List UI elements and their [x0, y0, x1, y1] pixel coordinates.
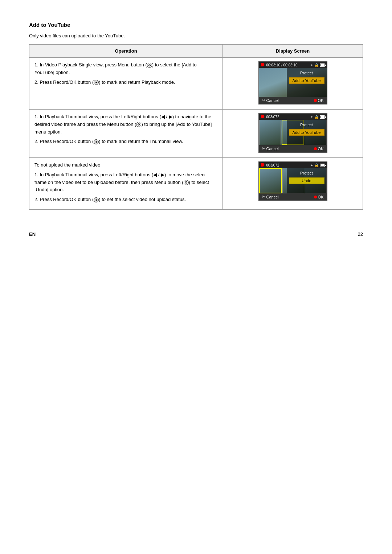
cancel-label-3: Cancel: [266, 195, 279, 199]
cam-menu-youtube-2: Add to YouTube: [289, 129, 324, 136]
cam-cancel-3: Cancel: [262, 194, 279, 199]
cam-icons-1: ✦ 🔒: [310, 63, 325, 67]
ok-label-1: OK: [318, 98, 324, 103]
camera-screen-2: 003/072 ✦ 🔒 Protect: [258, 113, 327, 153]
camera-screen-3: 003/072 ✦ 🔒 Protect: [258, 161, 327, 201]
cam-cancel-1: Cancel: [262, 98, 279, 103]
record-ok-icon-3: ●: [94, 197, 99, 202]
cam-top-bar-2: 003/072 ✦ 🔒: [259, 114, 327, 120]
menu-button-icon-3: ⚙: [184, 180, 189, 185]
scissors-icon-2: [262, 146, 265, 151]
op-text-2: 1. In Playback Thumbnail view, press the…: [34, 113, 217, 145]
cam-counter-2: 003/072: [261, 115, 279, 119]
cam-image-2: Protect Add to YouTube: [259, 120, 327, 145]
op-text-3: To not upload the marked video 1. In Pla…: [34, 161, 217, 204]
op-step-2a: 1. In Playback Thumbnail view, press the…: [34, 113, 217, 136]
en-label: EN: [29, 231, 36, 237]
display-cell-3: 003/072 ✦ 🔒 Protect: [223, 158, 363, 210]
cam-ok-2: OK: [314, 147, 324, 151]
arrow-icons-3: ◀ / ▶: [153, 172, 164, 177]
cam-cancel-2: Cancel: [262, 146, 279, 151]
cancel-label-1: Cancel: [266, 98, 279, 103]
page-number: 22: [358, 231, 363, 237]
cam-menu-protect-3: Protect: [289, 170, 324, 176]
col-display-header: Display Screen: [223, 45, 363, 58]
cam-bottom-1: Cancel OK: [259, 97, 327, 104]
menu-button-icon-2: ⚙: [136, 122, 141, 127]
thumb-3a-selected: [259, 168, 282, 193]
cam-image-3: Protect Undo: [259, 168, 327, 193]
cam-ok-1: OK: [314, 98, 324, 103]
cam-icons-3: ✦ 🔒: [310, 163, 325, 167]
star-icon: ✦: [310, 63, 313, 67]
cam-top-bar-1: 00:03:10 / 00:03:10 ✦ 🔒: [259, 62, 327, 68]
ok-dot-2: [314, 147, 317, 150]
operation-cell-2: 1. In Playback Thumbnail view, press the…: [29, 110, 223, 158]
menu-button-icon: ⚙: [147, 63, 152, 68]
cam-counter-3: 003/072: [261, 163, 279, 167]
ok-dot-3: [314, 196, 317, 198]
op-title-3: To not upload the marked video: [34, 161, 217, 169]
lock-icon-2: 🔒: [314, 115, 319, 119]
cam-ok-3: OK: [314, 195, 324, 199]
battery-icon: [320, 63, 325, 67]
cam-menu-protect-2: Protect: [289, 122, 324, 128]
page-title: Add to YouTube: [29, 22, 363, 28]
record-ok-icon-2: ●: [94, 139, 99, 144]
display-cell-2: 003/072 ✦ 🔒 Protect: [223, 110, 363, 158]
arrow-icons: ◀ / ▶: [161, 114, 172, 119]
cam-menu-1: Protect Add to YouTube: [287, 68, 327, 97]
scissors-icon-3: [262, 194, 265, 199]
record-ok-button-icon: ●: [94, 80, 99, 85]
op-step-2b: 2. Press Record/OK button (●) to mark an…: [34, 138, 217, 145]
page-subtitle: Only video files can uploaded to the You…: [29, 33, 363, 38]
record-indicator: [261, 63, 265, 66]
battery-icon-3: [320, 164, 325, 167]
scissors-icon-1: [262, 98, 265, 103]
camera-screen-1: 00:03:10 / 00:03:10 ✦ 🔒 Protect Add to Y…: [258, 61, 327, 104]
cam-menu-youtube-1: Add to YouTube: [289, 77, 324, 84]
cam-image-1: Protect Add to YouTube: [259, 68, 327, 97]
operation-cell-3: To not upload the marked video 1. In Pla…: [29, 158, 223, 210]
op-text-1: 1. In Video Playback Single view, press …: [34, 61, 217, 86]
op-step-3a: 1. In Playback Thumbnail view, press Lef…: [34, 171, 217, 194]
record-indicator-2: [261, 115, 265, 118]
cam-time-1: 00:03:10 / 00:03:10: [261, 63, 298, 67]
star-icon-3: ✦: [310, 163, 313, 167]
col-operation-header: Operation: [29, 45, 223, 58]
table-row: 1. In Playback Thumbnail view, press the…: [29, 110, 363, 158]
cam-top-bar-3: 003/072 ✦ 🔒: [259, 162, 327, 168]
op-step-3b: 2. Press Record/OK button (●) to set the…: [34, 196, 217, 204]
battery-icon-2: [320, 115, 325, 119]
instructions-table: Operation Display Screen 1. In Video Pla…: [29, 44, 363, 210]
cam-menu-3: Protect Undo: [287, 168, 327, 193]
star-icon-2: ✦: [310, 115, 313, 119]
table-row: To not upload the marked video 1. In Pla…: [29, 158, 363, 210]
op-step-1a: 1. In Video Playback Single view, press …: [34, 61, 217, 77]
cam-menu-2: Protect Add to YouTube: [287, 120, 327, 145]
lock-icon-3: 🔒: [314, 163, 319, 167]
cancel-label-2: Cancel: [266, 147, 279, 151]
cam-menu-protect-1: Protect: [289, 70, 324, 76]
ok-label-3: OK: [318, 195, 324, 199]
lock-icon: 🔒: [314, 63, 319, 67]
cam-menu-undo-3: Undo: [289, 177, 324, 184]
thumb-1: [259, 120, 281, 145]
record-indicator-3: [261, 163, 265, 167]
table-row: 1. In Video Playback Single view, press …: [29, 58, 363, 110]
ok-dot-1: [314, 99, 317, 102]
cam-icons-2: ✦ 🔒: [310, 115, 325, 119]
op-step-1b: 2. Press Record/OK button (●) to mark an…: [34, 79, 217, 86]
ok-label-2: OK: [318, 147, 324, 151]
cam-bottom-2: Cancel OK: [259, 145, 327, 152]
display-cell-1: 00:03:10 / 00:03:10 ✦ 🔒 Protect Add to Y…: [223, 58, 363, 110]
cam-bottom-3: Cancel OK: [259, 193, 327, 200]
operation-cell-1: 1. In Video Playback Single view, press …: [29, 58, 223, 110]
